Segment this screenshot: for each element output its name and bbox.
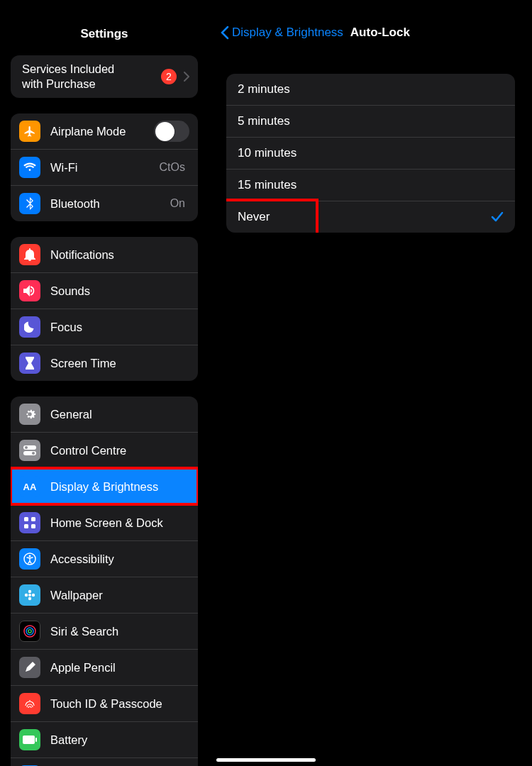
bell-icon xyxy=(19,244,40,265)
bluetooth-row[interactable]: Bluetooth On xyxy=(11,185,198,221)
general-label: General xyxy=(50,408,189,421)
auto-lock-options: 2 minutes 5 minutes 10 minutes 15 minute… xyxy=(226,74,515,233)
services-sublabel: with Purchase xyxy=(22,77,161,91)
accessibility-label: Accessibility xyxy=(50,553,189,566)
display-brightness-label: Display & Brightness xyxy=(50,480,189,494)
svg-point-10 xyxy=(29,555,31,557)
option-label: 15 minutes xyxy=(238,178,297,192)
siri-search-row[interactable]: Siri & Search xyxy=(11,613,198,649)
svg-point-18 xyxy=(28,630,31,633)
privacy-row[interactable]: Privacy xyxy=(11,757,198,766)
accessibility-row[interactable]: Accessibility xyxy=(11,540,198,577)
airplane-label: Airplane Mode xyxy=(50,125,154,138)
wifi-label: Wi-Fi xyxy=(50,161,160,174)
svg-point-11 xyxy=(28,594,31,596)
notifications-row[interactable]: Notifications xyxy=(11,237,198,272)
general-row[interactable]: General xyxy=(11,396,198,432)
back-label: Display & Brightness xyxy=(232,26,343,40)
bluetooth-value: On xyxy=(170,197,185,210)
svg-point-17 xyxy=(26,628,33,635)
wifi-settings-icon xyxy=(19,157,40,178)
sounds-row[interactable]: Sounds xyxy=(11,272,198,309)
wallpaper-row[interactable]: Wallpaper xyxy=(11,577,198,613)
svg-rect-5 xyxy=(24,517,28,521)
airplane-toggle[interactable] xyxy=(154,121,189,142)
battery-label: Battery xyxy=(50,733,189,747)
control-centre-row[interactable]: Control Centre xyxy=(11,432,198,468)
svg-rect-8 xyxy=(31,524,35,528)
fingerprint-icon xyxy=(19,693,40,714)
touchid-label: Touch ID & Passcode xyxy=(50,697,189,711)
svg-rect-19 xyxy=(23,736,35,744)
display-brightness-row[interactable]: AA Display & Brightness xyxy=(11,468,198,504)
back-button[interactable]: Display & Brightness xyxy=(221,26,343,40)
bluetooth-label: Bluetooth xyxy=(50,197,170,211)
chevron-left-icon xyxy=(221,26,229,40)
services-label: Services Included xyxy=(22,62,161,76)
control-centre-label: Control Centre xyxy=(50,444,189,457)
moon-icon xyxy=(19,316,40,338)
detail-pane: Display & Brightness Auto-Lock 2 minutes… xyxy=(209,0,532,766)
airplane-mode-row[interactable]: Airplane Mode xyxy=(11,113,198,149)
text-size-icon: AA xyxy=(19,476,40,497)
services-badge: 2 xyxy=(161,69,177,84)
svg-rect-7 xyxy=(24,524,28,528)
hourglass-icon xyxy=(19,353,40,374)
svg-point-15 xyxy=(32,594,35,596)
sidebar-title: Settings xyxy=(0,17,209,55)
wifi-row[interactable]: Wi-Fi CtOs xyxy=(11,149,198,185)
screen-time-row[interactable]: Screen Time xyxy=(11,345,198,381)
siri-label: Siri & Search xyxy=(50,625,189,638)
settings-sidebar: Settings Services Included with Purchase… xyxy=(0,0,209,766)
accessibility-icon xyxy=(19,548,40,570)
option-label: 2 minutes xyxy=(238,82,290,96)
flower-icon xyxy=(19,584,40,606)
siri-icon xyxy=(19,621,40,642)
svg-rect-20 xyxy=(35,738,37,742)
home-dock-label: Home Screen & Dock xyxy=(50,516,189,530)
option-label: 10 minutes xyxy=(238,146,297,160)
battery-settings-icon xyxy=(19,729,40,750)
svg-point-4 xyxy=(32,452,35,455)
option-2-minutes[interactable]: 2 minutes xyxy=(226,74,515,105)
bluetooth-icon xyxy=(19,193,40,214)
option-10-minutes[interactable]: 10 minutes xyxy=(226,137,515,169)
svg-rect-6 xyxy=(31,517,35,521)
detail-header: Display & Brightness Auto-Lock xyxy=(209,17,532,52)
option-label: Never xyxy=(238,210,270,224)
pencil-label: Apple Pencil xyxy=(50,661,189,675)
sidebar-scroll[interactable]: Services Included with Purchase 2 Airpla… xyxy=(0,55,209,766)
screen-time-label: Screen Time xyxy=(50,357,189,370)
focus-row[interactable]: Focus xyxy=(11,309,198,345)
services-included-row[interactable]: Services Included with Purchase 2 xyxy=(11,55,198,98)
sounds-label: Sounds xyxy=(50,284,189,298)
switches-icon xyxy=(19,440,40,461)
checkmark-icon xyxy=(491,211,504,223)
svg-point-3 xyxy=(25,446,28,449)
pencil-icon xyxy=(19,657,40,678)
battery-row[interactable]: Battery xyxy=(11,721,198,757)
chevron-right-icon xyxy=(184,72,189,82)
option-label: 5 minutes xyxy=(238,114,290,128)
wallpaper-label: Wallpaper xyxy=(50,589,189,602)
svg-point-14 xyxy=(25,594,28,596)
svg-point-12 xyxy=(28,590,31,593)
option-never[interactable]: Never xyxy=(226,201,515,233)
apple-pencil-row[interactable]: Apple Pencil xyxy=(11,649,198,685)
option-15-minutes[interactable]: 15 minutes xyxy=(226,169,515,201)
wifi-value: CtOs xyxy=(160,161,185,174)
home-grid-icon xyxy=(19,512,40,533)
detail-title: Auto-Lock xyxy=(350,26,410,40)
touch-id-passcode-row[interactable]: Touch ID & Passcode xyxy=(11,685,198,721)
speaker-icon xyxy=(19,280,40,301)
gear-icon xyxy=(19,404,40,425)
svg-point-13 xyxy=(28,597,31,600)
home-screen-dock-row[interactable]: Home Screen & Dock xyxy=(11,504,198,540)
option-5-minutes[interactable]: 5 minutes xyxy=(226,105,515,137)
focus-label: Focus xyxy=(50,321,189,334)
airplane-icon xyxy=(19,121,40,142)
notifications-label: Notifications xyxy=(50,248,189,262)
home-indicator[interactable] xyxy=(216,758,316,762)
